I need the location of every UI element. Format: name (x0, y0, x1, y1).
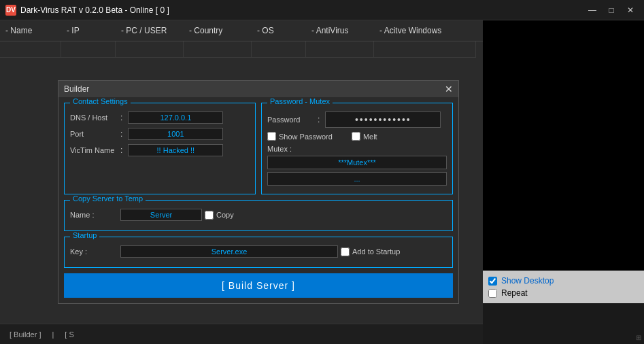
startup-row: Key : Add to Startup (70, 245, 447, 258)
victim-input[interactable] (128, 144, 223, 156)
startup-key-label: Key : (70, 247, 118, 256)
window-controls: — □ ✕ (584, 4, 639, 16)
table-row (116, 41, 184, 58)
show-password-melt-row: Show Password Melt (267, 132, 447, 141)
table-header: - Name - IP - PC / USER - Country - OS -… (0, 20, 483, 41)
victim-label: VicTim Name (70, 146, 118, 154)
dns-input[interactable] (128, 111, 223, 124)
add-to-startup-label: Add to Startup (352, 247, 400, 256)
minimize-button[interactable]: — (584, 4, 600, 16)
title-bar-left: DV Dark-Virus RAT v 0.2.0 Beta - Online … (5, 5, 169, 16)
copy-server-label: Copy Server to Temp (70, 194, 146, 203)
password-colon: : (318, 115, 320, 124)
copy-section-row: Copy Server to Temp Name : Copy (64, 200, 453, 231)
build-server-button[interactable]: [ Build Server ] (64, 273, 453, 298)
tab-bar: [ Builder ] | [ S (0, 324, 483, 344)
col-name: - Name (0, 22, 61, 39)
repeat-label: Repeat (501, 288, 528, 298)
dns-row: DNS / Host : (70, 111, 250, 124)
left-panel: - Name - IP - PC / USER - Country - OS -… (0, 20, 483, 344)
victim-row: VicTim Name : (70, 144, 250, 156)
contact-settings-label: Contact Settings (70, 97, 131, 105)
password-row: Password : (267, 111, 447, 128)
copy-name-input[interactable] (120, 209, 202, 221)
builder-title-bar: Builder ✕ (58, 81, 458, 97)
table-row (374, 41, 476, 58)
right-top-area (483, 20, 644, 271)
repeat-checkbox[interactable] (488, 289, 497, 298)
mutex-label-row: Mutex : (267, 145, 447, 153)
col-pc-user: - PC / USER (116, 22, 184, 39)
mutex-label: Mutex : (267, 145, 292, 153)
table-row (61, 41, 116, 58)
mutex-second-input[interactable] (267, 172, 447, 186)
tab-separator: | (48, 329, 58, 340)
main-container: - Name - IP - PC / USER - Country - OS -… (0, 20, 644, 344)
copy-name-label: Name : (70, 211, 118, 219)
window-title: Dark-Virus RAT v 0.2.0 Beta - Online [ 0… (20, 5, 169, 15)
dns-label: DNS / Host (70, 114, 118, 122)
victim-colon: : (120, 145, 122, 155)
show-password-checkbox-item: Show Password (267, 132, 333, 141)
builder-close-button[interactable]: ✕ (445, 84, 453, 94)
col-os: - OS (252, 22, 306, 39)
password-mutex-label: Password - Mutex (267, 97, 333, 105)
password-mutex-panel: Password - Mutex Password : Show Passwor… (261, 103, 453, 194)
port-input[interactable] (128, 128, 223, 140)
port-label: Port (70, 130, 118, 138)
maximize-button[interactable]: □ (603, 4, 620, 16)
table-row (252, 41, 306, 58)
dns-colon: : (120, 113, 122, 122)
melt-label: Melt (363, 133, 377, 141)
startup-label: Startup (70, 231, 99, 239)
build-btn-row: [ Build Server ] (64, 273, 453, 298)
show-password-label: Show Password (279, 133, 333, 141)
table-body (0, 41, 483, 58)
col-country: - Country (184, 22, 252, 39)
password-input[interactable] (325, 111, 441, 128)
show-desktop-item: Show Desktop (488, 276, 639, 286)
right-bottom-area: ⊞ (483, 303, 644, 344)
builder-body: Contact Settings DNS / Host : Port : (58, 97, 458, 303)
port-row: Port : (70, 128, 250, 140)
mutex-input[interactable] (267, 156, 447, 169)
col-active-windows: - Acitve Windows (374, 22, 476, 39)
right-panel: Show Desktop Repeat ⊞ (483, 20, 644, 344)
resize-icon: ⊞ (636, 334, 641, 341)
col-antivirus: - AntiVirus (306, 22, 374, 39)
password-label: Password (267, 116, 315, 124)
melt-checkbox[interactable] (352, 132, 360, 141)
show-desktop-checkbox[interactable] (488, 277, 497, 286)
tab-builder[interactable]: [ Builder ] (5, 329, 45, 340)
port-colon: : (120, 129, 122, 139)
builder-dialog: Builder ✕ Contact Settings DNS / Host : (58, 80, 459, 304)
melt-checkbox-item: Melt (352, 132, 377, 141)
copy-checkbox[interactable] (205, 211, 214, 220)
builder-title: Builder (64, 84, 89, 94)
show-password-checkbox[interactable] (267, 132, 276, 141)
contact-settings-panel: Contact Settings DNS / Host : Port : (64, 103, 256, 194)
tab-s[interactable]: [ S (61, 329, 78, 340)
right-controls-area: Show Desktop Repeat (483, 271, 644, 303)
table-row (184, 41, 252, 58)
top-section-row: Contact Settings DNS / Host : Port : (64, 103, 453, 194)
copy-server-panel: Copy Server to Temp Name : Copy (64, 200, 453, 231)
copy-name-row: Name : Copy (70, 209, 447, 221)
startup-key-input[interactable] (120, 245, 338, 258)
startup-panel: Startup Key : Add to Startup (64, 237, 453, 268)
table-row (306, 41, 374, 58)
copy-label: Copy (216, 211, 234, 219)
app-icon: DV (5, 5, 16, 16)
table-row (0, 41, 61, 58)
title-bar: DV Dark-Virus RAT v 0.2.0 Beta - Online … (0, 0, 644, 20)
col-ip: - IP (61, 22, 116, 39)
startup-section-row: Startup Key : Add to Startup (64, 237, 453, 268)
repeat-item: Repeat (488, 288, 639, 298)
add-to-startup-checkbox[interactable] (341, 247, 350, 256)
close-button[interactable]: ✕ (622, 4, 639, 16)
show-desktop-label: Show Desktop (501, 276, 554, 286)
